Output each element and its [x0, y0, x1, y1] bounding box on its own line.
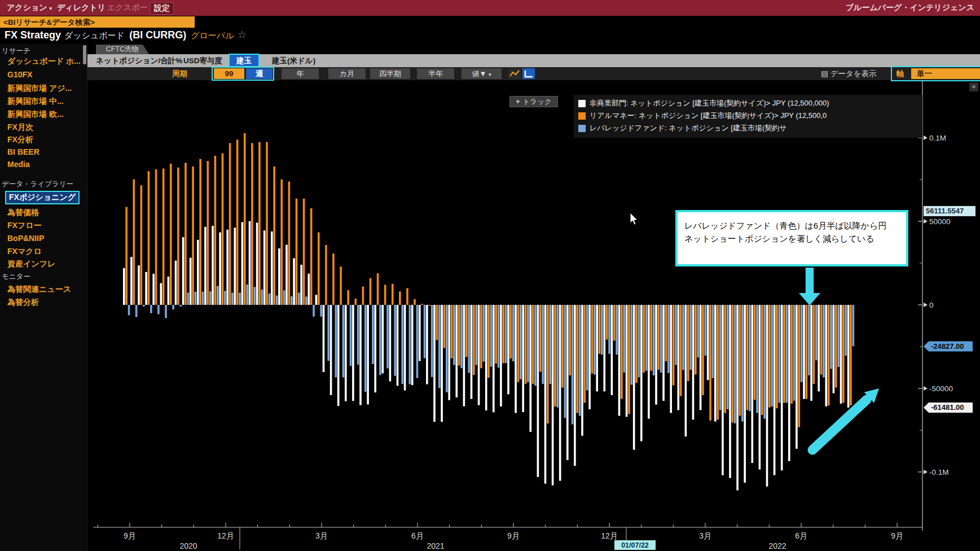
- bar-2-68: [631, 305, 633, 384]
- axis-select[interactable]: 単一▾: [911, 68, 980, 79]
- chevron-down-icon: ▾: [50, 6, 52, 11]
- bar-0-4: [152, 274, 155, 305]
- bar-0-67: [618, 305, 621, 416]
- menu-settings[interactable]: 設定: [150, 2, 174, 15]
- bar-2-30: [350, 305, 352, 366]
- sidebar-item--[interactable]: 為替分析: [7, 298, 39, 308]
- bar-0-21: [278, 248, 280, 305]
- sidebar-item--[interactable]: 資産インフレ: [7, 259, 55, 269]
- bar-2-11: [209, 291, 212, 305]
- chart-controls: 周期 99 週 値▼ ▾ ▤データを表示 軸 単一▾ 通貨 USD 年カ月四半期…: [87, 67, 980, 80]
- show-data-button[interactable]: ▤データを表示: [821, 69, 877, 79]
- favorite-star-icon[interactable]: ☆: [238, 29, 247, 41]
- bar-1-41: [428, 305, 430, 305]
- bar-1-40: [421, 304, 423, 305]
- bar-0-42: [433, 305, 436, 422]
- period-option-1[interactable]: カ月: [328, 68, 366, 79]
- period-unit-week-button[interactable]: 週: [246, 68, 273, 79]
- period-option-0[interactable]: 年: [282, 68, 319, 79]
- sidebar-item-fx-[interactable]: FX月次: [7, 123, 33, 133]
- bar-2-98: [852, 305, 855, 346]
- menu-action[interactable]: アクション ▾: [3, 2, 55, 14]
- bar-0-0: [123, 268, 125, 305]
- subtab-0[interactable]: ネットポジション/合計%: [96, 54, 182, 67]
- period-value-input[interactable]: 99: [214, 68, 244, 79]
- bar-0-68: [626, 305, 628, 417]
- y-tick-arrow-icon: [924, 219, 928, 224]
- bar-0-1: [130, 257, 133, 305]
- bar-2-2: [143, 305, 145, 307]
- bar-0-78: [700, 305, 702, 410]
- tab-cftc-futures[interactable]: CFTC先物: [96, 45, 149, 54]
- bar-chart-icon[interactable]: [522, 68, 535, 79]
- bar-1-72: [658, 305, 660, 370]
- bar-1-19: [266, 142, 268, 305]
- sidebar-item-fx-[interactable]: FX分析: [7, 135, 33, 145]
- bar-2-69: [638, 305, 640, 377]
- value-menu-button[interactable]: 値▼ ▾: [462, 68, 502, 79]
- bar-0-31: [352, 305, 354, 401]
- bar-0-10: [197, 240, 199, 305]
- bar-0-27: [323, 305, 325, 372]
- bar-2-6: [172, 305, 174, 309]
- bar-1-46: [465, 305, 468, 357]
- bar-1-70: [643, 305, 645, 373]
- bar-1-81: [724, 305, 726, 413]
- sidebar-item--[interactable]: 新興国市場 欧...: [7, 110, 64, 120]
- bar-2-5: [165, 305, 167, 318]
- bar-1-2: [140, 185, 143, 305]
- collapse-panel-button[interactable]: «: [969, 82, 978, 91]
- bar-1-96: [835, 305, 837, 388]
- bar-0-96: [833, 305, 835, 393]
- bar-0-30: [345, 305, 347, 401]
- bar-1-6: [170, 164, 172, 305]
- bar-2-7: [179, 305, 182, 307]
- subtab-1[interactable]: USD寄与度: [183, 54, 222, 67]
- bar-1-5: [162, 168, 165, 305]
- legend-label: リアルマネー: ネットポジション [建玉市場(契約サイズ)> JPY (12,5…: [590, 111, 827, 121]
- bar-1-92: [806, 305, 808, 399]
- sidebar-item-fx-[interactable]: FXポジショニング: [5, 191, 80, 204]
- bar-2-20: [276, 295, 278, 305]
- sidebar-item--[interactable]: 新興国市場 アジ...: [7, 84, 72, 94]
- bar-0-14: [226, 230, 228, 305]
- bar-0-34: [374, 305, 376, 392]
- bar-0-90: [788, 305, 790, 461]
- sidebar-item-fx-[interactable]: FXマクロ: [7, 247, 42, 257]
- sidebar-item-g10fx[interactable]: G10FX: [7, 70, 32, 79]
- bar-1-38: [406, 288, 408, 305]
- bar-2-73: [667, 305, 670, 373]
- track-button[interactable]: +トラック: [509, 96, 558, 107]
- bi-search-tab[interactable]: <BIリサーチ&データ検索>: [0, 16, 195, 28]
- bar-1-29: [340, 266, 342, 305]
- positioning-chart[interactable]: 0.1M500000-50000-0.1M9月12月3月6月9月12月3月6月9…: [87, 80, 980, 551]
- bar-2-24: [305, 296, 307, 305]
- bar-0-92: [803, 305, 805, 399]
- y-axis-label: 50000: [929, 217, 951, 226]
- menu-directory[interactable]: ディレクトリ: [54, 2, 109, 14]
- bar-2-16: [246, 285, 248, 305]
- bar-2-8: [187, 292, 190, 305]
- sidebar-item-bi-beer[interactable]: BI BEER: [7, 147, 39, 156]
- y-axis-label: 0: [929, 301, 934, 309]
- sidebar-item-media[interactable]: Media: [7, 160, 30, 169]
- selected-date-label[interactable]: 01/07/22: [621, 541, 649, 549]
- sidebar-item-bop-niip[interactable]: BoP&NIIP: [7, 234, 44, 243]
- sidebar-item--[interactable]: ダッシュボード ホ...: [7, 56, 81, 67]
- line-chart-icon[interactable]: [508, 68, 521, 79]
- sidebar-scrollbar[interactable]: [83, 45, 86, 64]
- sidebar-item--[interactable]: 新興国市場 中...: [7, 97, 64, 107]
- sidebar-item--[interactable]: 為替関連ニュース: [7, 285, 71, 295]
- title-main: FX Strategy: [5, 29, 61, 41]
- crosshair-value-label: 56111.5547: [926, 207, 964, 215]
- bar-2-21: [283, 290, 285, 305]
- bar-2-50: [498, 305, 500, 368]
- bar-0-32: [359, 305, 362, 405]
- period-option-2[interactable]: 四半期: [370, 68, 410, 79]
- subtab-3[interactable]: 建玉(米ドル): [272, 54, 315, 67]
- sidebar-item-fx-[interactable]: FXフロー: [7, 221, 42, 231]
- period-option-3[interactable]: 半年: [417, 68, 454, 79]
- subtab-2[interactable]: 建玉: [228, 54, 260, 67]
- bar-0-86: [759, 305, 761, 470]
- sidebar-item--[interactable]: 為替価格: [7, 208, 39, 218]
